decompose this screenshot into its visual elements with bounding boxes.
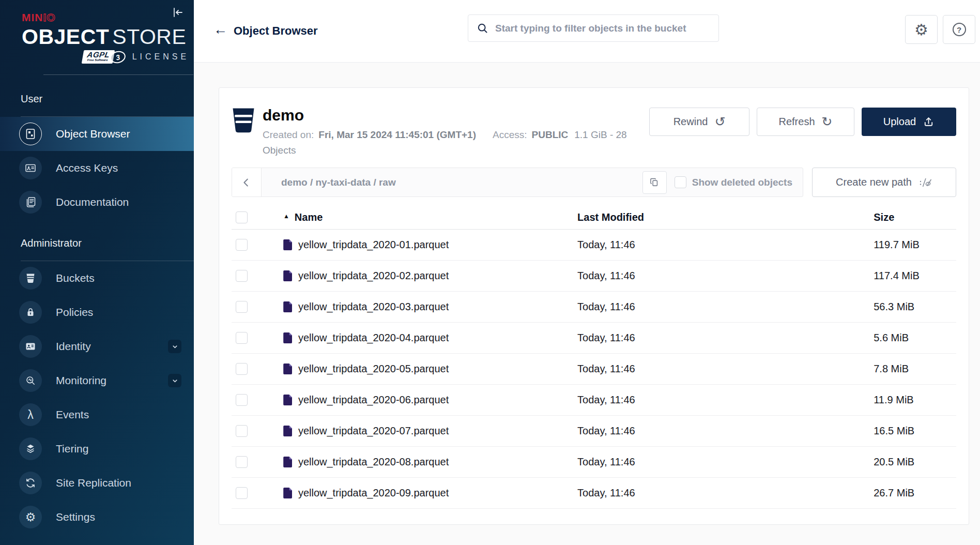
bucket-meta: Created on:Fri, Mar 15 2024 11:45:01 (GM…	[263, 127, 638, 158]
sidebar-item-policies[interactable]: Policies	[0, 295, 194, 329]
sidebar: MINIO OBJECTSTORE AGPL Free Software 3 L…	[0, 0, 194, 545]
file-icon	[282, 362, 293, 375]
column-header-last-modified: Last Modified	[577, 211, 874, 223]
sidebar-item-label: Documentation	[56, 196, 129, 208]
sidebar-item-label: Buckets	[56, 272, 95, 284]
object-size: 20.5 MiB	[874, 456, 956, 468]
file-icon	[282, 331, 293, 344]
replication-arrows-icon	[19, 472, 42, 494]
object-name: yellow_tripdata_2020-01.parquet	[298, 239, 449, 251]
select-all-checkbox[interactable]	[236, 211, 248, 223]
table-row[interactable]: yellow_tripdata_2020-05.parquet Today, 1…	[232, 354, 956, 385]
object-modified: Today, 11:46	[577, 425, 874, 437]
row-checkbox[interactable]	[236, 487, 248, 499]
collapse-sidebar-icon[interactable]	[169, 5, 187, 21]
sidebar-item-object-browser[interactable]: Object Browser	[0, 117, 194, 151]
row-checkbox[interactable]	[236, 425, 248, 437]
show-deleted-checkbox[interactable]	[675, 176, 686, 188]
file-icon	[282, 269, 293, 282]
breadcrumb[interactable]: demo / ny-taxi-data / raw	[262, 177, 642, 188]
new-path-icon	[919, 177, 932, 188]
sidebar-item-label: Object Browser	[56, 128, 130, 140]
search-input[interactable]	[495, 23, 711, 34]
show-deleted-label: Show deleted objects	[692, 177, 792, 188]
table-row[interactable]: yellow_tripdata_2020-02.parquet Today, 1…	[232, 261, 956, 292]
object-size: 16.5 MiB	[874, 425, 956, 437]
table-row[interactable]: yellow_tripdata_2020-04.parquet Today, 1…	[232, 323, 956, 354]
topbar: ← Object Browser ⚙ ?	[194, 0, 980, 63]
sidebar-item-access-keys[interactable]: Access Keys	[0, 151, 194, 185]
create-new-path-button[interactable]: Create new path	[812, 168, 956, 197]
bucket-header: demo Created on:Fri, Mar 15 2024 11:45:0…	[219, 88, 969, 168]
settings-button[interactable]: ⚙	[905, 15, 938, 44]
sort-asc-icon: ▲	[283, 213, 289, 220]
help-icon: ?	[953, 23, 966, 36]
show-deleted-toggle[interactable]: Show deleted objects	[675, 176, 792, 188]
documentation-icon	[19, 191, 42, 214]
sidebar-item-identity[interactable]: Identity	[0, 329, 194, 364]
sidebar-item-monitoring[interactable]: Monitoring	[0, 364, 194, 398]
sidebar-item-events[interactable]: λ Events	[0, 398, 194, 432]
sidebar-item-label: Events	[56, 408, 89, 421]
table-row[interactable]: yellow_tripdata_2020-08.parquet Today, 1…	[232, 447, 956, 478]
object-modified: Today, 11:46	[577, 363, 874, 375]
back-arrow-icon[interactable]: ←	[213, 23, 227, 37]
breadcrumb-back-chevron-icon[interactable]	[232, 168, 262, 196]
monitoring-icon	[19, 369, 42, 392]
help-button[interactable]: ?	[943, 15, 975, 44]
row-checkbox[interactable]	[236, 363, 248, 375]
sidebar-item-documentation[interactable]: Documentation	[0, 185, 194, 219]
sidebar-item-settings[interactable]: ⚙ Settings	[0, 500, 194, 534]
row-checkbox[interactable]	[236, 239, 248, 251]
table-row[interactable]: yellow_tripdata_2020-09.parquet Today, 1…	[232, 478, 956, 509]
license-label: LICENSE	[132, 52, 189, 62]
sidebar-item-tiering[interactable]: Tiering	[0, 432, 194, 466]
table-header: ▲Name Last Modified Size	[232, 206, 956, 230]
upload-button[interactable]: Upload	[862, 108, 956, 136]
copy-path-icon[interactable]	[642, 171, 667, 194]
object-modified: Today, 11:46	[577, 301, 874, 313]
table-row[interactable]: yellow_tripdata_2020-03.parquet Today, 1…	[232, 292, 956, 323]
identity-card-icon	[19, 335, 42, 358]
search-box	[468, 14, 719, 42]
object-size: 119.7 MiB	[874, 239, 956, 251]
object-modified: Today, 11:46	[577, 332, 874, 344]
row-checkbox[interactable]	[236, 394, 248, 406]
row-checkbox[interactable]	[236, 456, 248, 468]
refresh-button[interactable]: Refresh↻	[757, 108, 854, 136]
sidebar-item-site-replication[interactable]: Site Replication	[0, 466, 194, 500]
chevron-down-icon[interactable]	[168, 374, 181, 387]
object-modified: Today, 11:46	[577, 394, 874, 406]
file-icon	[282, 487, 293, 499]
object-name: yellow_tripdata_2020-03.parquet	[298, 301, 449, 313]
access-value: PUBLIC	[532, 129, 569, 140]
sidebar-item-buckets[interactable]: Buckets	[0, 261, 194, 295]
object-name: yellow_tripdata_2020-04.parquet	[298, 332, 449, 344]
bucket-actions: Rewind↺ Refresh↻ Upload	[649, 108, 956, 136]
column-header-name[interactable]: ▲Name	[263, 211, 577, 223]
objects-table: ▲Name Last Modified Size yellow_tripdata…	[232, 206, 956, 509]
table-row[interactable]: yellow_tripdata_2020-06.parquet Today, 1…	[232, 385, 956, 416]
section-label-administrator: Administrator	[21, 237, 194, 249]
object-store-wordmark: OBJECTSTORE	[22, 25, 194, 49]
buckets-icon	[19, 267, 42, 290]
rewind-button[interactable]: Rewind↺	[649, 108, 749, 136]
search-icon	[477, 22, 489, 35]
object-name: yellow_tripdata_2020-07.parquet	[298, 425, 449, 437]
row-checkbox[interactable]	[236, 270, 248, 282]
access-keys-icon	[19, 157, 42, 179]
page-title: Object Browser	[234, 24, 318, 38]
refresh-icon: ↻	[822, 115, 833, 128]
chevron-down-icon[interactable]	[168, 340, 181, 353]
sidebar-item-label: Policies	[56, 306, 93, 319]
content-area: demo Created on:Fri, Mar 15 2024 11:45:0…	[194, 63, 980, 545]
upload-icon	[923, 116, 935, 128]
table-row[interactable]: yellow_tripdata_2020-07.parquet Today, 1…	[232, 416, 956, 447]
row-checkbox[interactable]	[236, 301, 248, 313]
row-checkbox[interactable]	[236, 332, 248, 344]
file-icon	[282, 393, 293, 406]
sidebar-nav: User Object Browser Access Keys Document…	[0, 93, 194, 534]
file-icon	[282, 456, 293, 468]
table-row[interactable]: yellow_tripdata_2020-01.parquet Today, 1…	[232, 230, 956, 261]
object-modified: Today, 11:46	[577, 487, 874, 499]
